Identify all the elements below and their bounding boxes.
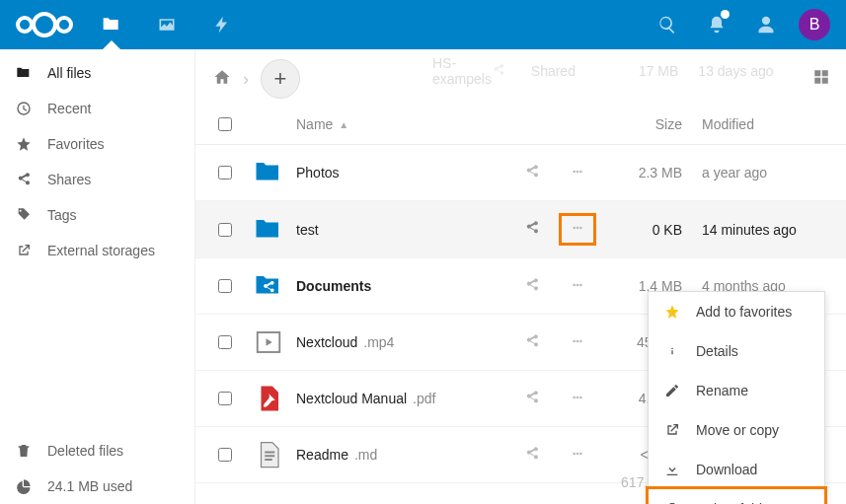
row-checkbox[interactable] (218, 223, 232, 237)
row-actions-icon[interactable] (570, 390, 585, 408)
sort-asc-icon: ▲ (339, 119, 348, 130)
sidebar: All files Recent Favorites Shares Tags E… (0, 49, 195, 504)
file-icon (253, 270, 284, 302)
svg-point-0 (18, 18, 32, 32)
row-actions-icon[interactable] (559, 213, 596, 246)
notifications-icon[interactable] (692, 0, 741, 49)
file-name[interactable]: test (296, 222, 512, 238)
row-actions-icon[interactable] (570, 333, 585, 352)
context-menu: Add to favorites Details Rename Move or … (648, 291, 825, 504)
sidebar-item-label: Favorites (47, 136, 105, 152)
file-name[interactable]: Nextcloud.mp4 (296, 334, 512, 350)
sidebar-item-label: Tags (47, 207, 77, 223)
file-icon (253, 383, 284, 414)
file-name[interactable]: Nextcloud Manual.pdf (296, 391, 512, 406)
file-modified: a year ago (692, 165, 830, 180)
top-bar: B (0, 0, 846, 49)
nav-files[interactable] (87, 0, 136, 49)
row-checkbox[interactable] (218, 166, 232, 180)
logo[interactable] (8, 8, 81, 41)
contacts-icon[interactable] (741, 0, 791, 49)
sidebar-item-label: Recent (47, 101, 91, 116)
share-icon[interactable] (524, 164, 540, 182)
svg-point-2 (57, 18, 71, 32)
menu-download[interactable]: Download (649, 450, 824, 489)
file-name[interactable]: Documents (296, 278, 512, 294)
table-row[interactable]: Photos2.3 MBa year ago (195, 145, 846, 201)
sidebar-item-all-files[interactable]: All files (0, 55, 194, 91)
row-checkbox[interactable] (218, 279, 232, 293)
sidebar-item-external[interactable]: External storages (0, 233, 194, 268)
menu-add-favorites[interactable]: Add to favorites (649, 292, 824, 331)
sidebar-item-recent[interactable]: Recent (0, 91, 194, 126)
search-icon[interactable] (643, 0, 692, 49)
share-icon[interactable] (524, 333, 540, 352)
row-actions-icon[interactable] (570, 164, 585, 182)
sidebar-item-tags[interactable]: Tags (0, 197, 194, 233)
file-icon (253, 157, 284, 188)
table-header: Name▲ Size Modified (195, 108, 846, 145)
file-name[interactable]: Readme.md (296, 447, 512, 463)
file-size: 2.3 MB (603, 165, 692, 180)
nav-gallery[interactable] (142, 0, 192, 49)
row-checkbox[interactable] (218, 392, 232, 405)
file-icon (253, 214, 284, 246)
svg-point-1 (34, 14, 55, 36)
header-size[interactable]: Size (603, 116, 692, 132)
menu-rename[interactable]: Rename (649, 371, 824, 410)
file-size: 0 KB (603, 222, 692, 238)
sidebar-item-shares[interactable]: Shares (0, 162, 194, 197)
file-icon (253, 326, 284, 358)
grid-view-icon[interactable] (812, 68, 830, 90)
quota-label: 24.1 MB used (47, 478, 132, 494)
file-modified: 14 minutes ago (692, 222, 830, 238)
breadcrumb-separator: › (243, 69, 249, 90)
file-name[interactable]: Photos (296, 165, 512, 180)
file-icon (253, 439, 284, 470)
row-actions-icon[interactable] (570, 446, 585, 465)
header-modified[interactable]: Modified (692, 116, 830, 132)
sidebar-item-label: Deleted files (47, 443, 123, 459)
add-button[interactable]: + (261, 59, 300, 99)
home-icon[interactable] (213, 68, 231, 90)
share-icon[interactable] (524, 446, 540, 465)
nav-activity[interactable] (197, 0, 247, 49)
row-checkbox[interactable] (218, 448, 232, 462)
sidebar-item-label: Shares (47, 172, 91, 187)
menu-move-copy[interactable]: Move or copy (649, 410, 824, 450)
header-name[interactable]: Name▲ (296, 116, 512, 132)
sidebar-item-favorites[interactable]: Favorites (0, 126, 194, 162)
row-actions-icon[interactable] (570, 277, 585, 296)
table-row[interactable]: test0 KB14 minutes ago (195, 201, 846, 258)
avatar[interactable]: B (799, 9, 830, 40)
sidebar-item-deleted[interactable]: Deleted files (0, 433, 194, 468)
sidebar-item-label: External storages (47, 243, 155, 258)
row-checkbox[interactable] (218, 335, 232, 349)
sidebar-item-label: All files (47, 65, 91, 81)
sidebar-item-quota: 24.1 MB used (0, 468, 194, 504)
share-icon[interactable] (524, 277, 540, 296)
menu-details[interactable]: Details (649, 331, 824, 371)
menu-delete-folder[interactable]: Delete folder (649, 489, 824, 504)
select-all-checkbox[interactable] (218, 117, 232, 131)
share-icon[interactable] (524, 390, 540, 408)
main-content: HS-exampels Shared 17 MB 13 days ago › +… (195, 49, 846, 504)
share-icon[interactable] (524, 220, 540, 239)
